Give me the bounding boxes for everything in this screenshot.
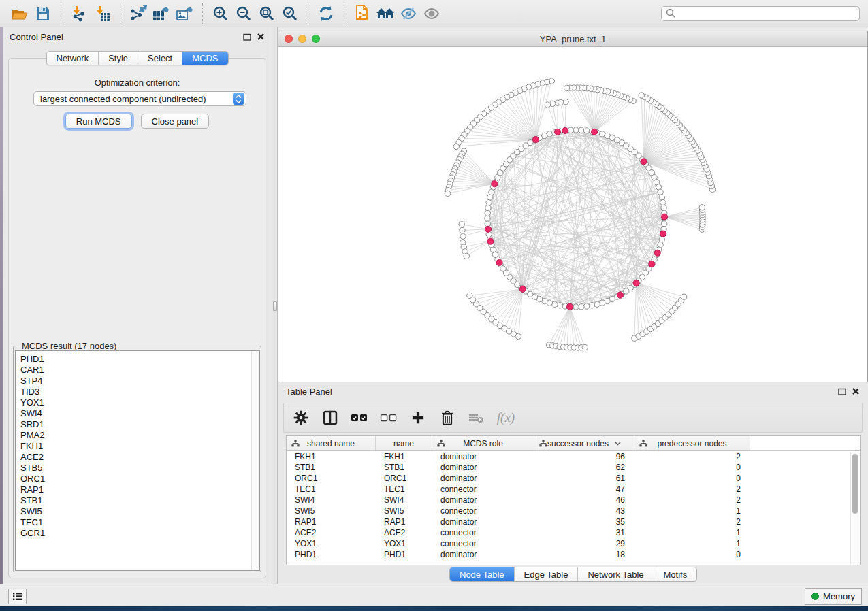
table-row[interactable]: SWI5SWI5connector431 — [287, 506, 860, 516]
tab-motifs[interactable]: Motifs — [654, 567, 697, 581]
refresh-layout-button[interactable] — [315, 3, 338, 24]
network-node[interactable] — [552, 301, 558, 307]
network-leaf-node[interactable] — [558, 99, 563, 105]
network-mcds-node[interactable] — [485, 226, 491, 232]
network-leaf-node[interactable] — [459, 222, 464, 227]
criterion-select[interactable]: largest connected component (undirected) — [33, 91, 246, 106]
tab-network-table[interactable]: Network Table — [578, 567, 654, 581]
zoom-fit-button[interactable] — [255, 3, 278, 24]
tab-edge-table[interactable]: Edge Table — [515, 567, 579, 581]
float-panel-icon[interactable] — [243, 33, 251, 41]
table-settings-button[interactable] — [292, 409, 310, 427]
network-mcds-node[interactable] — [654, 250, 660, 256]
network-leaf-node[interactable] — [460, 227, 465, 233]
network-node[interactable] — [573, 127, 579, 133]
mcds-result-item[interactable]: STP4 — [20, 376, 259, 386]
mcds-result-item[interactable]: TEC1 — [20, 517, 259, 528]
table-row[interactable]: FKH1FKH1dominator962 — [287, 451, 860, 462]
table-row[interactable]: SWI4SWI4dominator462 — [287, 495, 860, 506]
network-node[interactable] — [583, 303, 589, 309]
table-row[interactable]: STB1STB1dominator620 — [287, 462, 860, 473]
column-header-shared-name[interactable]: shared name — [287, 436, 376, 450]
export-image-button[interactable] — [173, 3, 196, 24]
network-node[interactable] — [485, 210, 490, 216]
search-input[interactable] — [679, 9, 855, 18]
network-mcds-node[interactable] — [660, 231, 666, 237]
network-leaf-node[interactable] — [545, 102, 550, 108]
network-node[interactable] — [589, 303, 594, 308]
network-mcds-node[interactable] — [519, 286, 526, 292]
network-node[interactable] — [487, 195, 493, 200]
network-node[interactable] — [568, 127, 573, 133]
mcds-result-item[interactable]: FKH1 — [20, 441, 259, 452]
network-mcds-node[interactable] — [496, 259, 502, 265]
network-node[interactable] — [662, 221, 667, 227]
column-header-successor-nodes[interactable]: successor nodes — [534, 436, 634, 450]
network-mcds-node[interactable] — [554, 129, 560, 135]
network-node[interactable] — [557, 303, 562, 308]
network-mcds-node[interactable] — [591, 129, 597, 135]
zoom-out-button[interactable] — [232, 3, 255, 24]
close-panel-icon[interactable] — [257, 33, 265, 41]
table-row[interactable]: PHD1PHD1dominator180 — [287, 549, 860, 560]
save-session-button[interactable] — [31, 3, 54, 24]
zoom-in-button[interactable] — [209, 3, 232, 24]
search-box[interactable] — [661, 6, 860, 21]
tab-select[interactable]: Select — [138, 52, 182, 65]
network-node[interactable] — [594, 301, 600, 307]
network-node[interactable] — [547, 131, 552, 137]
hide-selected-button[interactable] — [397, 3, 420, 24]
network-mcds-node[interactable] — [633, 280, 639, 286]
mcds-result-list[interactable]: PHD1CAR1STP4TID3YOX1SWI4SRD1PMA2FKH1ACE2… — [15, 350, 260, 571]
network-node[interactable] — [579, 304, 584, 310]
network-mcds-node[interactable] — [641, 159, 647, 165]
tab-node-table[interactable]: Node Table — [450, 567, 515, 581]
network-node[interactable] — [658, 189, 663, 195]
table-row[interactable]: ACE2ACE2connector311 — [287, 527, 860, 538]
close-panel-button[interactable]: Close panel — [141, 114, 210, 129]
open-session-button[interactable] — [8, 3, 31, 24]
select-all-columns-button[interactable] — [351, 409, 368, 427]
network-node[interactable] — [485, 205, 491, 210]
network-node[interactable] — [660, 199, 666, 205]
network-leaf-node[interactable] — [464, 253, 469, 259]
task-history-button[interactable] — [8, 589, 27, 604]
network-leaf-node[interactable] — [582, 344, 588, 350]
network-node[interactable] — [485, 216, 490, 221]
network-node[interactable] — [573, 304, 579, 310]
mcds-result-item[interactable]: PHD1 — [20, 354, 259, 365]
column-header-predecessor-nodes[interactable]: predecessor nodes — [634, 436, 750, 450]
network-node[interactable] — [661, 205, 666, 210]
network-leaf-node[interactable] — [681, 294, 686, 299]
mcds-result-item[interactable]: TID3 — [20, 386, 259, 397]
splitter-handle[interactable] — [273, 301, 277, 311]
network-leaf-node[interactable] — [453, 144, 459, 149]
tab-style[interactable]: Style — [99, 52, 138, 65]
network-node[interactable] — [599, 300, 605, 306]
memory-button[interactable]: Memory — [805, 588, 862, 605]
network-leaf-node[interactable] — [639, 93, 644, 98]
first-neighbors-button[interactable] — [374, 3, 397, 24]
deselect-all-columns-button[interactable] — [380, 409, 398, 427]
network-node[interactable] — [485, 221, 490, 227]
network-node[interactable] — [659, 195, 664, 200]
import-network-button[interactable] — [67, 3, 91, 24]
network-leaf-node[interactable] — [460, 233, 466, 239]
mcds-result-item[interactable]: STB1 — [20, 495, 259, 506]
network-leaf-node[interactable] — [699, 205, 705, 210]
table-scrollbar[interactable] — [850, 452, 859, 565]
mcds-result-item[interactable]: GCR1 — [20, 528, 259, 539]
network-mcds-node[interactable] — [487, 238, 494, 244]
column-header-MCDS-role[interactable]: MCDS role — [432, 436, 534, 450]
network-node[interactable] — [486, 199, 492, 205]
mcds-result-item[interactable]: PMA2 — [20, 430, 259, 441]
mcds-result-item[interactable]: STB5 — [20, 463, 259, 474]
network-leaf-node[interactable] — [515, 333, 521, 339]
network-leaf-node[interactable] — [564, 85, 569, 90]
zoom-selected-button[interactable] — [278, 3, 302, 24]
mcds-result-item[interactable]: SWI4 — [20, 408, 259, 419]
network-mcds-node[interactable] — [649, 261, 655, 267]
mcds-result-item[interactable]: SRD1 — [20, 419, 259, 430]
mcds-result-item[interactable]: RAP1 — [20, 484, 259, 495]
network-canvas[interactable] — [278, 47, 867, 382]
